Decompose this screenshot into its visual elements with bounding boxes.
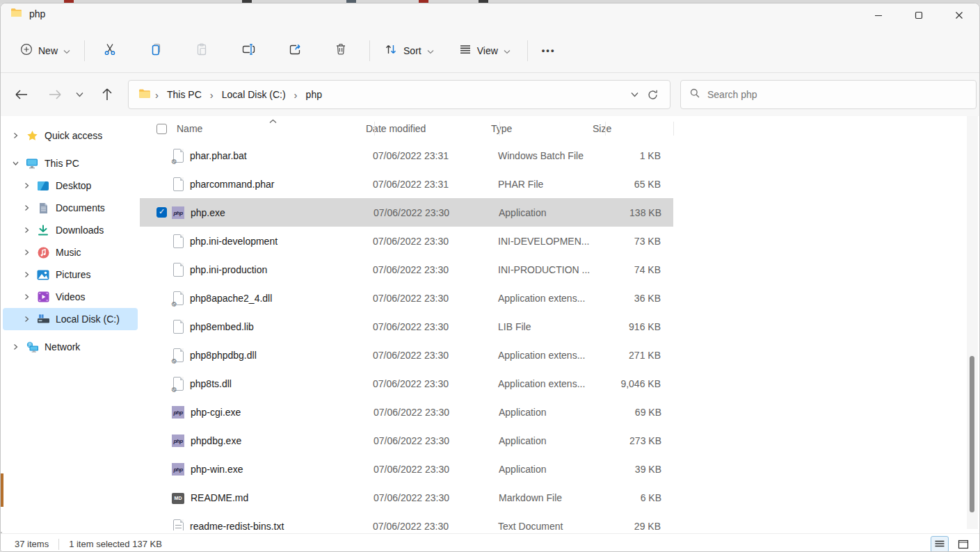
cut-button[interactable]	[95, 37, 125, 64]
sidebar-item-icon	[25, 341, 39, 353]
breadcrumb-item[interactable]: php	[302, 86, 326, 103]
file-size: 916 KB	[591, 321, 661, 332]
copy-button[interactable]	[140, 37, 171, 64]
sidebar-item[interactable]: Videos	[3, 286, 138, 308]
column-headers: Name Date modified Type Size	[140, 116, 979, 141]
chevron-right-icon[interactable]	[10, 343, 21, 350]
refresh-button[interactable]	[643, 85, 663, 105]
sidebar-item[interactable]: Documents	[3, 197, 138, 219]
rename-button[interactable]	[232, 37, 264, 64]
chevron-right-icon[interactable]	[10, 132, 21, 139]
table-row[interactable]: php8embed.lib 07/06/2022 23:30 LIB File …	[140, 312, 673, 341]
file-date-modified: 07/06/2022 23:30	[373, 207, 492, 218]
file-icon	[173, 263, 184, 277]
details-view-button[interactable]	[931, 536, 949, 552]
close-button[interactable]	[939, 3, 979, 27]
table-row[interactable]: README.md 07/06/2022 23:30 Markdown File…	[140, 483, 673, 512]
sidebar-item-icon	[36, 291, 50, 303]
sidebar-item[interactable]: Music	[3, 241, 138, 263]
more-options-button[interactable]: •••	[535, 40, 563, 61]
file-icon	[172, 206, 184, 219]
share-button[interactable]	[280, 37, 311, 64]
large-icons-view-button[interactable]	[954, 536, 972, 552]
table-row[interactable]: php-win.exe 07/06/2022 23:30 Application…	[140, 455, 673, 483]
table-row[interactable]: php8apache2_4.dll 07/06/2022 23:30 Appli…	[140, 284, 673, 312]
view-button[interactable]: View	[452, 38, 517, 63]
search-input[interactable]	[707, 89, 967, 100]
sidebar-item-icon	[36, 268, 50, 281]
back-button[interactable]	[10, 85, 33, 104]
table-row[interactable]: phpdbg.exe 07/06/2022 23:30 Application …	[140, 426, 673, 455]
vertical-scrollbar[interactable]	[967, 116, 978, 529]
paste-button[interactable]	[186, 37, 217, 64]
sidebar-item[interactable]: This PC	[3, 152, 138, 174]
explorer-tab[interactable]: php	[10, 8, 45, 20]
breadcrumb-item[interactable]: Local Disk (C:)	[218, 86, 290, 103]
table-row[interactable]: readme-redist-bins.txt 07/06/2022 23:30 …	[140, 512, 673, 530]
chevron-right-icon[interactable]	[21, 182, 32, 189]
column-header-size[interactable]: Size	[584, 123, 654, 134]
title-bar: php	[1, 3, 979, 29]
column-divider[interactable]	[499, 122, 500, 136]
sidebar-item-icon	[36, 202, 50, 214]
sort-button[interactable]: Sort	[377, 38, 441, 63]
chevron-right-icon[interactable]	[21, 316, 32, 323]
address-bar[interactable]: › This PC › Local Disk (C:) › php	[128, 80, 670, 109]
column-header-date-modified[interactable]: Date modified	[366, 123, 484, 134]
toolbar-separator	[369, 40, 370, 61]
ellipsis-icon: •••	[542, 45, 556, 56]
select-all-checkbox[interactable]	[156, 124, 167, 134]
breadcrumb-separator-icon: ›	[206, 89, 218, 101]
chevron-right-icon[interactable]	[21, 249, 32, 256]
file-type: Application extens...	[498, 378, 590, 389]
table-row[interactable]: pharcommand.phar 07/06/2022 23:31 PHAR F…	[140, 170, 673, 198]
sidebar-item[interactable]: Downloads	[3, 219, 138, 241]
table-row[interactable]: php.ini-production 07/06/2022 23:30 INI-…	[140, 255, 673, 284]
folder-icon	[10, 8, 22, 20]
recent-locations-button[interactable]	[72, 88, 88, 102]
chevron-right-icon[interactable]	[10, 160, 21, 167]
table-row[interactable]: php.exe 07/06/2022 23:30 Application 138…	[140, 198, 673, 227]
table-row[interactable]: php8ts.dll 07/06/2022 23:30 Application …	[140, 369, 673, 398]
forward-button[interactable]	[44, 85, 66, 104]
chevron-right-icon[interactable]	[21, 227, 32, 234]
toolbar-separator	[84, 40, 85, 61]
file-type: Application	[499, 207, 591, 218]
up-button[interactable]	[97, 83, 117, 106]
table-row[interactable]: php.ini-development 07/06/2022 23:30 INI…	[140, 227, 673, 255]
table-row[interactable]: php8phpdbg.dll 07/06/2022 23:30 Applicat…	[140, 341, 673, 369]
chevron-right-icon[interactable]	[21, 204, 32, 211]
column-divider[interactable]	[374, 122, 375, 136]
sidebar-item[interactable]: Quick access	[3, 124, 138, 147]
delete-button[interactable]	[326, 37, 355, 64]
sidebar-item[interactable]: Local Disk (C:)	[3, 308, 138, 330]
file-icon	[172, 493, 184, 504]
breadcrumb-item[interactable]: This PC	[163, 86, 206, 103]
column-header-type[interactable]: Type	[491, 123, 583, 134]
sidebar-item[interactable]: Network	[3, 336, 138, 358]
file-size: 36 KB	[591, 293, 661, 304]
file-name: README.md	[191, 492, 367, 503]
sidebar-item[interactable]: Desktop	[3, 174, 138, 197]
new-button[interactable]: New	[13, 38, 77, 63]
view-toggles	[931, 536, 972, 552]
address-dropdown-button[interactable]	[627, 88, 643, 102]
trash-icon	[335, 42, 347, 58]
column-divider[interactable]	[605, 122, 606, 136]
search-box[interactable]	[680, 80, 977, 109]
new-button-label: New	[38, 45, 58, 56]
table-row[interactable]: php-cgi.exe 07/06/2022 23:30 Application…	[140, 398, 673, 426]
column-header-name[interactable]: Name	[177, 123, 359, 134]
table-row[interactable]: phar.phar.bat 07/06/2022 23:31 Windows B…	[140, 141, 673, 170]
minimize-button[interactable]	[858, 3, 899, 27]
cut-icon	[103, 42, 117, 58]
scrollbar-thumb[interactable]	[970, 356, 974, 512]
file-icon	[173, 519, 184, 531]
maximize-button[interactable]	[899, 3, 939, 27]
row-checkbox[interactable]	[156, 207, 167, 218]
chevron-right-icon[interactable]	[21, 271, 32, 278]
sidebar-item[interactable]: Pictures	[3, 263, 138, 286]
file-type: Application	[499, 407, 591, 418]
column-divider[interactable]	[673, 122, 674, 136]
chevron-right-icon[interactable]	[21, 293, 32, 300]
